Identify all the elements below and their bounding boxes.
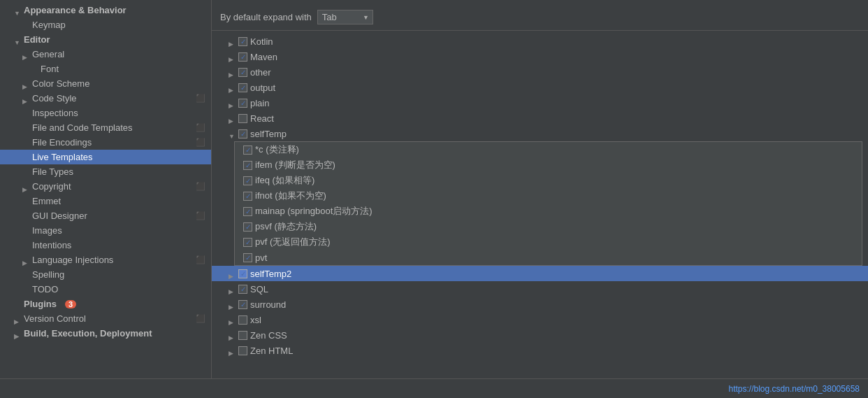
footer: https://blog.csdn.net/m0_38005658 [0,378,868,398]
sidebar-item-editor[interactable]: Editor [0,32,211,47]
tree-item-selftemp[interactable]: selfTemp [212,126,868,141]
tree-item-selftemp2[interactable]: selfTemp2 [212,266,868,281]
checkbox-stpvf[interactable] [243,238,252,247]
copy-icon: ⬛ [196,211,205,220]
expand-icon [229,84,236,91]
sidebar-item-colorscheme[interactable]: Color Scheme [0,76,211,91]
tree-item-plain[interactable]: plain [212,95,868,111]
tree-item-zenhtml[interactable]: Zen HTML [212,343,868,358]
tree-item-stc[interactable]: *c (类注释) [235,142,862,157]
sidebar-item-general[interactable]: General [0,47,211,62]
sidebar-item-languageinjections[interactable]: Language Injections ⬛ [0,253,211,267]
tree-item-kotlin[interactable]: Kotlin [212,34,868,49]
sidebar-item-filecodetemplates[interactable]: File and Code Templates ⬛ [0,120,211,135]
checkbox-zencss[interactable] [238,331,247,340]
checkbox-stpvt[interactable] [243,253,252,262]
checkbox-react[interactable] [238,114,247,123]
expand-select-wrapper[interactable]: Tab Enter Space [317,10,373,24]
sidebar-item-copyright[interactable]: Copyright ⬛ [0,179,211,194]
tree-item-stpvt[interactable]: pvt [235,250,862,265]
sidebar-item-keymap[interactable]: Keymap [0,17,211,32]
sidebar-item-intentions[interactable]: Intentions [0,238,211,253]
expand-icon [22,183,29,190]
copy-icon: ⬛ [196,314,205,323]
copy-icon: ⬛ [196,123,205,132]
expand-icon [22,257,29,264]
checkbox-stifem[interactable] [243,161,252,170]
footer-url: https://blog.csdn.net/m0_38005658 [729,384,860,394]
checkbox-other[interactable] [238,68,247,77]
checkbox-maven[interactable] [238,52,247,62]
expand-icon [22,242,29,249]
expand-icon [22,286,29,293]
expand-icon [14,36,21,43]
checkbox-xsl[interactable] [238,315,247,325]
expand-icon [14,301,21,308]
tree-item-sql[interactable]: SQL [212,281,868,297]
tree-item-xsl[interactable]: xsl [212,312,868,327]
tree-item-surround[interactable]: surround [212,297,868,312]
tree-item-stpsvf[interactable]: psvf (静态方法) [235,219,862,234]
checkbox-selftemp2[interactable] [238,269,247,278]
tree-item-maven[interactable]: Maven [212,49,868,64]
sidebar-item-todo[interactable]: TODO [0,282,211,297]
sidebar-item-images[interactable]: Images [0,223,211,238]
tree-item-output[interactable]: output [212,80,868,95]
expand-icon [229,332,236,339]
expand-icon [22,110,29,117]
expand-icon [229,347,236,354]
sidebar-item-inspections[interactable]: Inspections [0,106,211,120]
checkbox-stifeq[interactable] [243,176,252,185]
sidebar-item-fileencodings[interactable]: File Encodings ⬛ [0,135,211,150]
toolbar: By default expand with Tab Enter Space [212,6,868,31]
sidebar-item-spelling[interactable]: Spelling [0,267,211,282]
checkbox-zenhtml[interactable] [238,346,247,355]
sidebar-item-plugins[interactable]: Plugins 3 [0,297,211,311]
sidebar-item-font[interactable]: Font [0,62,211,76]
expand-icon [14,315,21,322]
selftemp-subtree: *c (类注释) ifem (判断是否为空) ifeq (如果相等) ifnot… [234,141,862,266]
checkbox-output[interactable] [238,83,247,92]
expand-icon [22,51,29,58]
expand-icon [14,7,21,14]
checkbox-plain[interactable] [238,99,247,108]
checkbox-stmainap[interactable] [243,207,252,216]
checkbox-surround[interactable] [238,300,247,309]
tree-item-stifem[interactable]: ifem (判断是否为空) [235,157,862,173]
expand-icon [229,270,236,277]
sidebar-item-guidesigner[interactable]: GUI Designer ⬛ [0,208,211,223]
tree-item-react[interactable]: React [212,111,868,126]
sidebar-item-versioncontrol[interactable]: Version Control ⬛ [0,311,211,326]
sidebar-item-livetemplates[interactable]: Live Templates [0,150,211,164]
tree-item-other[interactable]: other [212,64,868,80]
tree-item-stmainap[interactable]: mainap (springboot启动方法) [235,204,862,219]
checkbox-selftemp[interactable] [238,129,247,138]
templates-tree: Kotlin Maven other output [212,31,868,358]
expand-select[interactable]: Tab Enter Space [317,10,373,24]
tree-item-zencss[interactable]: Zen CSS [212,327,868,343]
tree-item-stifnot[interactable]: ifnot (如果不为空) [235,188,862,204]
sidebar-item-emmet[interactable]: Emmet [0,194,211,208]
expand-icon [229,285,236,292]
checkbox-sql[interactable] [238,285,247,294]
checkbox-stpsvf[interactable] [243,222,252,232]
sidebar-item-appearance[interactable]: Appearance & Behavior [0,3,211,17]
expand-icon [229,99,236,106]
expand-icon [229,115,236,122]
toolbar-label: By default expand with [220,12,312,22]
tree-item-stifeq[interactable]: ifeq (如果相等) [235,173,862,188]
sidebar-item-buildexecution[interactable]: Build, Execution, Deployment [0,326,211,341]
expand-icon [229,38,236,45]
sidebar-item-codestyle[interactable]: Code Style ⬛ [0,91,211,106]
expand-icon [229,53,236,60]
expand-icon [22,271,29,278]
content-area: By default expand with Tab Enter Space K… [212,0,868,378]
sidebar-item-filetypes[interactable]: File Types [0,164,211,179]
checkbox-stc[interactable] [243,145,252,155]
checkbox-kotlin[interactable] [238,37,247,46]
checkbox-stifnot[interactable] [243,192,252,201]
expand-icon [22,139,29,146]
sidebar: Appearance & Behavior Keymap Editor Gene… [0,0,212,378]
tree-item-stpvf[interactable]: pvf (无返回值方法) [235,234,862,250]
expand-icon [22,80,29,87]
